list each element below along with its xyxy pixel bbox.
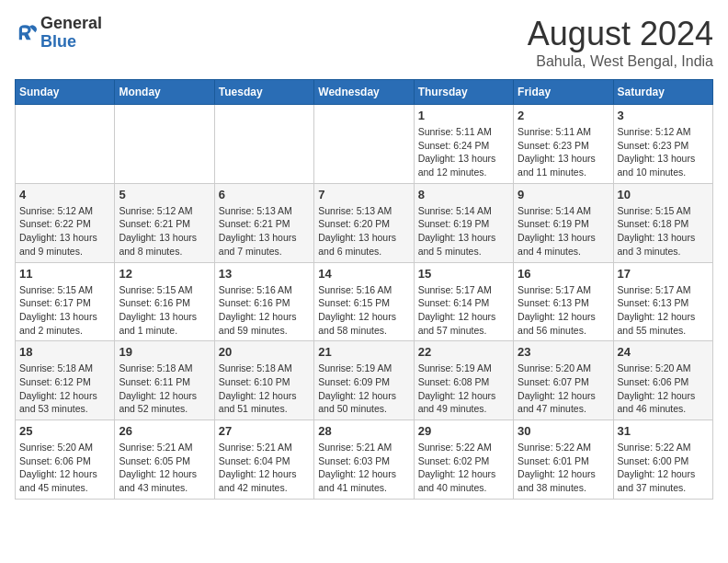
day-of-week-header: Tuesday <box>214 80 313 105</box>
day-info: Sunrise: 5:12 AM Sunset: 6:22 PM Dayligh… <box>19 204 110 259</box>
calendar-day-cell: 9Sunrise: 5:14 AM Sunset: 6:19 PM Daylig… <box>514 183 613 262</box>
calendar-header-row: SundayMondayTuesdayWednesdayThursdayFrid… <box>16 80 713 105</box>
day-number: 9 <box>518 188 609 201</box>
calendar-day-cell: 6Sunrise: 5:13 AM Sunset: 6:21 PM Daylig… <box>214 183 313 262</box>
day-number: 11 <box>19 267 110 281</box>
calendar-day-cell: 30Sunrise: 5:22 AM Sunset: 6:01 PM Dayli… <box>514 420 613 500</box>
day-info: Sunrise: 5:14 AM Sunset: 6:19 PM Dayligh… <box>418 204 509 259</box>
logo-text: General Blue <box>40 15 102 52</box>
calendar-day-cell: 8Sunrise: 5:14 AM Sunset: 6:19 PM Daylig… <box>414 183 513 262</box>
calendar-day-cell <box>16 105 115 184</box>
calendar-day-cell: 27Sunrise: 5:21 AM Sunset: 6:04 PM Dayli… <box>214 420 313 500</box>
day-info: Sunrise: 5:17 AM Sunset: 6:14 PM Dayligh… <box>418 283 509 338</box>
title-block: August 2024 Bahula, West Bengal, India <box>528 15 713 70</box>
day-info: Sunrise: 5:16 AM Sunset: 6:15 PM Dayligh… <box>318 283 409 338</box>
day-info: Sunrise: 5:18 AM Sunset: 6:11 PM Dayligh… <box>119 362 210 416</box>
calendar-day-cell: 26Sunrise: 5:21 AM Sunset: 6:05 PM Dayli… <box>115 420 214 500</box>
day-number: 5 <box>119 188 210 201</box>
calendar-day-cell: 18Sunrise: 5:18 AM Sunset: 6:12 PM Dayli… <box>16 341 115 420</box>
logo-icon <box>15 22 37 44</box>
location-subtitle: Bahula, West Bengal, India <box>528 53 713 70</box>
calendar-day-cell: 31Sunrise: 5:22 AM Sunset: 6:00 PM Dayli… <box>613 420 712 500</box>
day-number: 7 <box>318 188 409 201</box>
calendar-week-row: 11Sunrise: 5:15 AM Sunset: 6:17 PM Dayli… <box>16 262 713 341</box>
calendar-day-cell: 5Sunrise: 5:12 AM Sunset: 6:21 PM Daylig… <box>115 183 214 262</box>
calendar-day-cell: 7Sunrise: 5:13 AM Sunset: 6:20 PM Daylig… <box>314 183 414 262</box>
day-info: Sunrise: 5:20 AM Sunset: 6:06 PM Dayligh… <box>618 362 709 416</box>
day-number: 3 <box>618 109 709 122</box>
calendar-day-cell: 1Sunrise: 5:11 AM Sunset: 6:24 PM Daylig… <box>414 105 513 184</box>
day-info: Sunrise: 5:17 AM Sunset: 6:13 PM Dayligh… <box>618 283 709 338</box>
day-info: Sunrise: 5:22 AM Sunset: 6:01 PM Dayligh… <box>518 441 609 495</box>
day-info: Sunrise: 5:20 AM Sunset: 6:07 PM Dayligh… <box>518 362 609 416</box>
day-info: Sunrise: 5:18 AM Sunset: 6:10 PM Dayligh… <box>219 362 310 416</box>
calendar-day-cell: 10Sunrise: 5:15 AM Sunset: 6:18 PM Dayli… <box>613 183 712 262</box>
calendar-day-cell: 4Sunrise: 5:12 AM Sunset: 6:22 PM Daylig… <box>16 183 115 262</box>
day-info: Sunrise: 5:20 AM Sunset: 6:06 PM Dayligh… <box>19 441 110 495</box>
day-number: 8 <box>418 188 509 201</box>
calendar-day-cell: 16Sunrise: 5:17 AM Sunset: 6:13 PM Dayli… <box>514 262 613 341</box>
calendar-day-cell: 20Sunrise: 5:18 AM Sunset: 6:10 PM Dayli… <box>214 341 313 420</box>
page-header: General Blue August 2024 Bahula, West Be… <box>15 15 713 70</box>
day-number: 22 <box>418 345 509 359</box>
day-number: 17 <box>618 267 709 281</box>
calendar-week-row: 18Sunrise: 5:18 AM Sunset: 6:12 PM Dayli… <box>16 341 713 420</box>
day-info: Sunrise: 5:15 AM Sunset: 6:18 PM Dayligh… <box>618 204 709 259</box>
day-number: 1 <box>418 109 509 122</box>
day-number: 13 <box>219 267 310 281</box>
month-title: August 2024 <box>528 15 713 53</box>
day-info: Sunrise: 5:16 AM Sunset: 6:16 PM Dayligh… <box>219 283 310 338</box>
calendar-day-cell: 14Sunrise: 5:16 AM Sunset: 6:15 PM Dayli… <box>314 262 414 341</box>
calendar-week-row: 4Sunrise: 5:12 AM Sunset: 6:22 PM Daylig… <box>16 183 713 262</box>
day-number: 14 <box>318 267 409 281</box>
day-number: 19 <box>119 345 210 359</box>
day-info: Sunrise: 5:22 AM Sunset: 6:02 PM Dayligh… <box>418 441 509 495</box>
day-info: Sunrise: 5:15 AM Sunset: 6:16 PM Dayligh… <box>119 283 210 338</box>
day-number: 28 <box>318 424 409 438</box>
day-of-week-header: Sunday <box>16 80 115 105</box>
calendar-day-cell: 29Sunrise: 5:22 AM Sunset: 6:02 PM Dayli… <box>414 420 513 500</box>
day-number: 26 <box>119 424 210 438</box>
calendar-day-cell: 21Sunrise: 5:19 AM Sunset: 6:09 PM Dayli… <box>314 341 414 420</box>
calendar-week-row: 25Sunrise: 5:20 AM Sunset: 6:06 PM Dayli… <box>16 420 713 500</box>
day-info: Sunrise: 5:19 AM Sunset: 6:08 PM Dayligh… <box>418 362 509 416</box>
day-info: Sunrise: 5:18 AM Sunset: 6:12 PM Dayligh… <box>19 362 110 416</box>
day-info: Sunrise: 5:11 AM Sunset: 6:23 PM Dayligh… <box>518 125 609 179</box>
day-number: 27 <box>219 424 310 438</box>
logo: General Blue <box>15 15 102 52</box>
day-number: 20 <box>219 345 310 359</box>
day-number: 12 <box>119 267 210 281</box>
day-info: Sunrise: 5:19 AM Sunset: 6:09 PM Dayligh… <box>318 362 409 416</box>
day-number: 25 <box>19 424 110 438</box>
calendar-table: SundayMondayTuesdayWednesdayThursdayFrid… <box>15 79 713 500</box>
calendar-day-cell: 25Sunrise: 5:20 AM Sunset: 6:06 PM Dayli… <box>16 420 115 500</box>
day-info: Sunrise: 5:22 AM Sunset: 6:00 PM Dayligh… <box>618 441 709 495</box>
calendar-day-cell: 23Sunrise: 5:20 AM Sunset: 6:07 PM Dayli… <box>514 341 613 420</box>
day-number: 31 <box>618 424 709 438</box>
day-number: 4 <box>19 188 110 201</box>
day-info: Sunrise: 5:11 AM Sunset: 6:24 PM Dayligh… <box>418 125 509 179</box>
day-info: Sunrise: 5:17 AM Sunset: 6:13 PM Dayligh… <box>518 283 609 338</box>
calendar-week-row: 1Sunrise: 5:11 AM Sunset: 6:24 PM Daylig… <box>16 105 713 184</box>
day-number: 2 <box>518 109 609 122</box>
day-info: Sunrise: 5:13 AM Sunset: 6:21 PM Dayligh… <box>219 204 310 259</box>
day-number: 21 <box>318 345 409 359</box>
day-info: Sunrise: 5:15 AM Sunset: 6:17 PM Dayligh… <box>19 283 110 338</box>
day-number: 10 <box>618 188 709 201</box>
day-number: 15 <box>418 267 509 281</box>
day-info: Sunrise: 5:12 AM Sunset: 6:23 PM Dayligh… <box>618 125 709 179</box>
day-info: Sunrise: 5:21 AM Sunset: 6:03 PM Dayligh… <box>318 441 409 495</box>
calendar-day-cell: 2Sunrise: 5:11 AM Sunset: 6:23 PM Daylig… <box>514 105 613 184</box>
calendar-day-cell: 3Sunrise: 5:12 AM Sunset: 6:23 PM Daylig… <box>613 105 712 184</box>
calendar-day-cell: 19Sunrise: 5:18 AM Sunset: 6:11 PM Dayli… <box>115 341 214 420</box>
day-info: Sunrise: 5:14 AM Sunset: 6:19 PM Dayligh… <box>518 204 609 259</box>
calendar-day-cell: 11Sunrise: 5:15 AM Sunset: 6:17 PM Dayli… <box>16 262 115 341</box>
day-info: Sunrise: 5:21 AM Sunset: 6:04 PM Dayligh… <box>219 441 310 495</box>
day-of-week-header: Friday <box>514 80 613 105</box>
day-number: 16 <box>518 267 609 281</box>
calendar-day-cell <box>214 105 313 184</box>
day-of-week-header: Thursday <box>414 80 513 105</box>
day-number: 23 <box>518 345 609 359</box>
day-info: Sunrise: 5:12 AM Sunset: 6:21 PM Dayligh… <box>119 204 210 259</box>
day-number: 24 <box>618 345 709 359</box>
